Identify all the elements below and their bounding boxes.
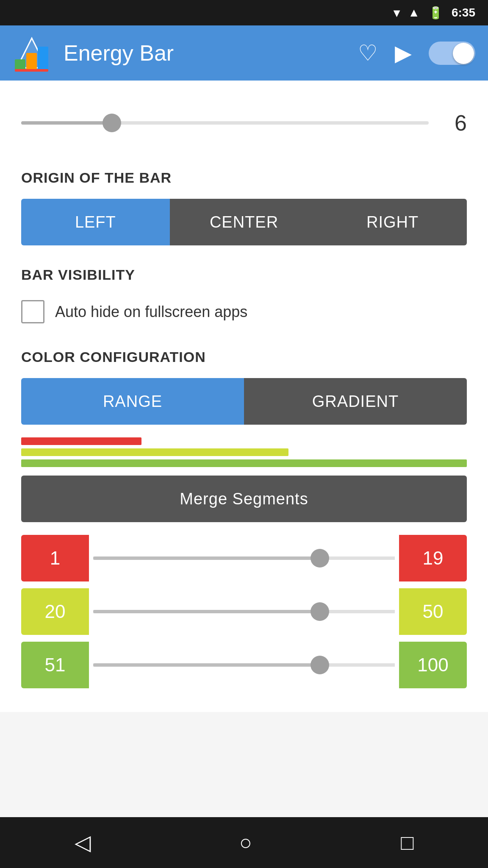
- slider-thumb[interactable]: [103, 114, 121, 132]
- play-icon[interactable]: ▶: [395, 40, 412, 66]
- range-row-3-slider[interactable]: [93, 663, 395, 667]
- color-config-header: COLOR CONFIGURATION: [21, 349, 467, 365]
- time-display: 6:35: [452, 6, 475, 19]
- color-config-section: COLOR CONFIGURATION RANGE GRADIENT Merge…: [21, 349, 467, 688]
- range-row-1-thumb[interactable]: [311, 549, 329, 568]
- signal-icon: ▲: [408, 6, 420, 19]
- bottom-nav: ◁ ○ □: [0, 817, 488, 868]
- range-row-2-slider[interactable]: [93, 610, 395, 613]
- range-row-1-left-label: 1: [21, 535, 89, 581]
- range-row-2-thumb[interactable]: [311, 602, 329, 621]
- range-row-2-left-label: 20: [21, 588, 89, 635]
- range-row-3-thumb[interactable]: [311, 656, 329, 674]
- status-bar-right: ▾ ▲ 🔋 6:35: [394, 6, 475, 20]
- range-row-2: 20 50: [21, 588, 467, 635]
- range-button[interactable]: RANGE: [21, 378, 244, 425]
- range-row-3: 51 100: [21, 642, 467, 688]
- main-slider-track[interactable]: [21, 121, 429, 125]
- origin-left-button[interactable]: LEFT: [21, 199, 170, 245]
- range-row-3-fill: [93, 663, 319, 667]
- merge-segments-button[interactable]: Merge Segments: [21, 476, 467, 522]
- range-row-1-slider[interactable]: [93, 556, 395, 560]
- range-row-2-fill: [93, 610, 319, 613]
- back-nav-icon[interactable]: ◁: [75, 830, 91, 855]
- app-title: Energy Bar: [64, 40, 345, 66]
- origin-header: ORIGIN OF THE BAR: [21, 170, 467, 186]
- toggle-knob: [453, 43, 474, 64]
- favorite-icon[interactable]: ♡: [358, 40, 378, 66]
- recent-nav-icon[interactable]: □: [401, 830, 413, 855]
- svg-rect-2: [15, 59, 25, 70]
- autohide-checkbox-row: Auto hide on fullscreen apps: [21, 296, 467, 328]
- battery-icon: 🔋: [428, 6, 443, 20]
- app-bar-actions: ♡ ▶: [358, 40, 475, 66]
- color-bar-green: [21, 459, 467, 467]
- slider-fill: [21, 121, 111, 125]
- svg-rect-3: [26, 53, 37, 70]
- slider-value: 6: [441, 110, 467, 136]
- wifi-icon: ▾: [394, 6, 399, 20]
- range-row-3-left-label: 51: [21, 642, 89, 688]
- range-row-3-right-label: 100: [399, 642, 467, 688]
- enable-toggle[interactable]: [429, 42, 475, 65]
- status-bar: ▾ ▲ 🔋 6:35: [0, 0, 488, 25]
- svg-rect-4: [38, 47, 48, 70]
- range-row-1-right-label: 19: [399, 535, 467, 581]
- main-content: 6 ORIGIN OF THE BAR LEFT CENTER RIGHT BA…: [0, 81, 488, 712]
- autohide-label: Auto hide on fullscreen apps: [55, 303, 247, 321]
- origin-right-button[interactable]: RIGHT: [318, 199, 467, 245]
- color-mode-button-group: RANGE GRADIENT: [21, 378, 467, 425]
- color-bar-yellow: [21, 448, 288, 456]
- bar-visibility-header: BAR VISIBILITY: [21, 267, 467, 283]
- origin-button-group: LEFT CENTER RIGHT: [21, 199, 467, 245]
- bar-visibility-section: BAR VISIBILITY Auto hide on fullscreen a…: [21, 267, 467, 328]
- svg-rect-5: [15, 69, 48, 72]
- color-bar-red: [21, 437, 141, 445]
- app-logo: [13, 34, 51, 72]
- range-row-2-right-label: 50: [399, 588, 467, 635]
- origin-center-button[interactable]: CENTER: [170, 199, 319, 245]
- origin-section: ORIGIN OF THE BAR LEFT CENTER RIGHT: [21, 170, 467, 245]
- autohide-checkbox[interactable]: [21, 300, 44, 323]
- app-bar: Energy Bar ♡ ▶: [0, 25, 488, 81]
- gradient-button[interactable]: GRADIENT: [244, 378, 467, 425]
- home-nav-icon[interactable]: ○: [239, 830, 252, 855]
- color-preview-bars: [21, 437, 467, 467]
- main-slider-section: 6: [21, 97, 467, 153]
- range-row-1-fill: [93, 556, 319, 560]
- range-row-1: 1 19: [21, 535, 467, 581]
